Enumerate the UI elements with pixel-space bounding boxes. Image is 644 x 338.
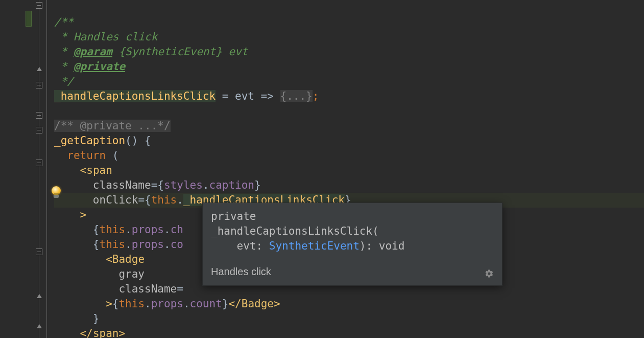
method-declaration: _handleCaptionsLinksClick = evt => {...}… [54, 90, 319, 102]
fold-toggle[interactable] [36, 160, 42, 166]
code-line: return ( [54, 149, 118, 162]
tooltip-signature: private _handleCaptionsLinksClick( evt: … [203, 203, 502, 259]
fold-end-marker[interactable] [36, 66, 42, 73]
doc-comment-line: * Handles click [54, 31, 157, 43]
code-line: {this.props.co [54, 238, 183, 251]
tooltip-description: Handles click [211, 264, 271, 279]
fold-expand[interactable] [36, 112, 42, 119]
fold-guide-line [39, 0, 39, 338]
gear-icon[interactable] [485, 267, 494, 277]
doc-comment-line: * @private [54, 60, 125, 73]
vcs-change-marker[interactable] [26, 11, 32, 27]
code-line: className={styles.caption} [54, 179, 261, 191]
code-line: } [54, 312, 100, 325]
fold-toggle[interactable] [36, 127, 42, 133]
doc-comment-line: /** [54, 16, 74, 28]
editor-gutter[interactable] [0, 0, 47, 338]
code-line: gray [54, 268, 145, 280]
code-line: </span> [54, 327, 125, 338]
code-line: > [54, 209, 86, 221]
fold-end-marker[interactable] [36, 323, 42, 330]
fold-toggle[interactable] [36, 2, 42, 9]
code-line: >{this.props.count}</Badge> [54, 298, 280, 310]
fold-toggle[interactable] [36, 249, 42, 255]
fold-end-marker[interactable] [36, 293, 42, 300]
doc-comment-line: */ [54, 75, 74, 87]
quick-documentation-popup[interactable]: private _handleCaptionsLinksClick( evt: … [202, 202, 503, 286]
code-editor-content[interactable]: /** * Handles click * @param {SyntheticE… [54, 0, 644, 338]
code-line: <Badge [54, 253, 145, 265]
folded-doc-comment[interactable]: /** @private ...*/ [54, 120, 171, 132]
method-declaration: _getCaption() { [54, 134, 151, 147]
folded-block[interactable]: {...} [280, 90, 313, 102]
doc-comment-line: * @param {SyntheticEvent} evt [54, 46, 248, 58]
code-line: {this.props.ch [54, 223, 183, 236]
fold-expand[interactable] [36, 82, 42, 88]
code-line: className= [54, 283, 183, 295]
code-line: <span [54, 164, 112, 176]
